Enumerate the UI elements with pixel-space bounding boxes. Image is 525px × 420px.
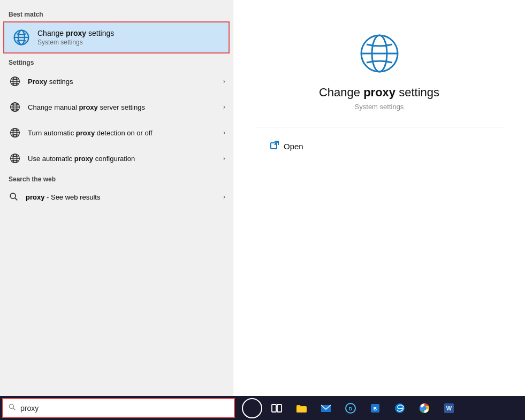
taskbar-word-button[interactable]: W — [437, 396, 461, 420]
edge-icon — [394, 402, 406, 414]
web-search-text: proxy - See web results — [26, 193, 223, 201]
explorer-icon — [295, 402, 307, 414]
chevron-icon-2: › — [223, 103, 225, 111]
svg-point-34 — [423, 406, 427, 410]
taskbar-dell-button[interactable]: D — [339, 396, 362, 420]
open-external-icon — [270, 140, 279, 152]
detail-panel: Change proxy settings System settings Op… — [233, 0, 525, 396]
dell-icon: D — [345, 402, 356, 414]
detail-title: Change proxy settings — [319, 86, 439, 100]
chrome-icon — [419, 402, 430, 414]
best-match-subtitle: System settings — [37, 39, 114, 46]
settings-label: Settings — [0, 55, 233, 68]
taskbar-search-icon — [9, 403, 16, 413]
detail-open-label: Open — [284, 142, 303, 151]
web-section-label: Search the web — [0, 171, 233, 185]
svg-rect-25 — [277, 404, 281, 412]
best-match-text: Change proxy settings System settings — [37, 29, 114, 46]
settings-item-turn-automatic[interactable]: Turn automatic proxy detection on or off… — [0, 120, 233, 146]
taskbar-chrome-button[interactable] — [413, 396, 436, 420]
chevron-icon-3: › — [223, 129, 225, 136]
svg-text:W: W — [446, 405, 452, 411]
detail-globe-icon — [358, 32, 401, 75]
taskbar-search-value: proxy — [20, 404, 39, 413]
svg-text:D: D — [349, 406, 353, 411]
search-panel: Best match Change proxy settings System … — [0, 0, 233, 396]
detail-open-button[interactable]: Open — [265, 138, 308, 155]
settings-item-change-manual-label: Change manual proxy server settings — [28, 103, 223, 111]
taskbar-start-button[interactable] — [240, 396, 264, 420]
app1-icon: B — [369, 402, 381, 414]
svg-line-23 — [13, 408, 16, 410]
taskbar-taskview-button[interactable] — [265, 396, 288, 420]
chevron-icon-1: › — [223, 78, 225, 85]
settings-item-use-automatic[interactable]: Use automatic proxy configuration › — [0, 146, 233, 171]
detail-content: Change proxy settings System settings Op… — [233, 0, 525, 165]
taskbar-app1-button[interactable]: B — [363, 396, 387, 420]
svg-point-22 — [10, 404, 14, 409]
word-icon: W — [443, 402, 455, 414]
settings-item-proxy-settings-label: Proxy settings — [28, 78, 223, 86]
settings-item-turn-automatic-label: Turn automatic proxy detection on or off — [28, 129, 223, 137]
globe-icon-3 — [7, 125, 22, 140]
globe-icon-4 — [7, 151, 22, 166]
svg-point-15 — [10, 193, 16, 198]
taskbar: proxy — [0, 396, 525, 420]
taskbar-edge-button[interactable] — [388, 396, 412, 420]
best-match-icon — [12, 28, 31, 47]
results-area: Best match Change proxy settings System … — [0, 0, 233, 396]
best-match-item[interactable]: Change proxy settings System settings — [3, 21, 230, 54]
web-search-icon — [7, 190, 20, 203]
svg-text:B: B — [374, 406, 377, 411]
web-search-item[interactable]: proxy - See web results › — [0, 185, 233, 209]
detail-divider — [255, 127, 504, 127]
svg-line-16 — [15, 198, 18, 201]
globe-icon-1 — [7, 74, 22, 89]
taskview-icon — [271, 403, 282, 414]
mail-icon — [320, 402, 332, 414]
best-match-label: Best match — [0, 6, 233, 20]
taskbar-mail-button[interactable] — [314, 396, 338, 420]
chevron-icon-web: › — [223, 193, 225, 201]
chevron-icon-4: › — [223, 155, 225, 162]
taskbar-search-box[interactable]: proxy — [2, 398, 235, 418]
settings-item-use-automatic-label: Use automatic proxy configuration — [28, 155, 223, 163]
detail-subtitle: System settings — [355, 103, 404, 111]
taskbar-explorer-button[interactable] — [290, 396, 313, 420]
best-match-title: Change proxy settings — [37, 29, 114, 37]
settings-item-change-manual[interactable]: Change manual proxy server settings › — [0, 94, 233, 120]
globe-icon-2 — [7, 100, 22, 114]
settings-item-proxy-settings[interactable]: Proxy settings › — [0, 68, 233, 94]
taskbar-icon-row: D B — [240, 396, 461, 420]
start-circle-icon — [242, 398, 262, 418]
svg-rect-24 — [272, 404, 276, 412]
